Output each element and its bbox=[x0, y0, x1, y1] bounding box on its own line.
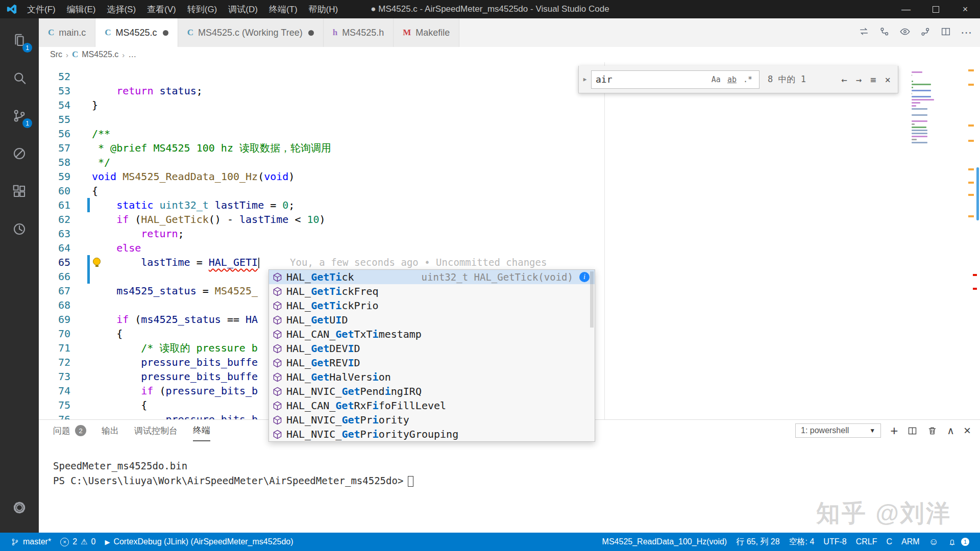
split-editor-button[interactable] bbox=[940, 26, 951, 39]
tab-ms4525-c-working-tree[interactable]: C MS4525.c (Working Tree) bbox=[178, 18, 324, 47]
suggestion-item[interactable]: HAL_GetTickPrio bbox=[269, 298, 595, 313]
code-line[interactable]: 63 return; bbox=[39, 227, 980, 241]
more-actions-button[interactable]: ⋯ bbox=[961, 26, 972, 39]
next-match-button[interactable]: → bbox=[856, 74, 862, 85]
line-number[interactable]: 55 bbox=[39, 112, 70, 127]
code-line[interactable]: 65 lastTime = HAL_GETIYou, a few seconds… bbox=[39, 255, 980, 269]
tab-makefile[interactable]: M Makefile bbox=[394, 18, 459, 47]
line-number[interactable]: 54 bbox=[39, 98, 70, 112]
suggestion-item[interactable]: HAL_GetUID bbox=[269, 313, 595, 327]
tab-main-c[interactable]: C main.c bbox=[39, 18, 95, 47]
code-line[interactable]: 62 if (HAL_GetTick() - lastTime < 10) bbox=[39, 212, 980, 227]
feedback-smiley-icon[interactable]: ☺ bbox=[924, 536, 943, 547]
regex-button[interactable]: .* bbox=[741, 74, 755, 85]
line-number[interactable]: 68 bbox=[39, 298, 70, 312]
suggestion-item[interactable]: HAL_NVIC_GetPendingIRQ bbox=[269, 384, 595, 398]
terminal-select[interactable]: 1: powershell ▼ bbox=[795, 423, 881, 438]
eol-sequence[interactable]: CRLF bbox=[851, 537, 882, 546]
maximize-button[interactable] bbox=[921, 0, 950, 18]
split-terminal-button[interactable] bbox=[907, 425, 918, 436]
arm-extension[interactable]: ARM bbox=[897, 537, 924, 546]
tab-ms4525-c[interactable]: C MS4525.c bbox=[95, 18, 178, 47]
line-number[interactable]: 62 bbox=[39, 212, 70, 227]
line-number[interactable]: 76 bbox=[39, 412, 70, 419]
toggle-replace-icon[interactable]: ▶ bbox=[579, 76, 591, 83]
settings-gear-icon[interactable] bbox=[0, 489, 39, 527]
find-input[interactable]: air Aa ab .* bbox=[591, 70, 760, 89]
lightbulb-icon[interactable] bbox=[93, 258, 101, 265]
code-line[interactable]: 54} bbox=[39, 98, 980, 112]
branch-indicator[interactable]: master* bbox=[6, 537, 56, 546]
overview-ruler[interactable] bbox=[966, 62, 980, 419]
line-number[interactable]: 64 bbox=[39, 241, 70, 255]
code-line[interactable]: 56/** bbox=[39, 127, 980, 141]
menu-item-selection[interactable]: 选择(S) bbox=[101, 4, 141, 15]
menu-item-debug[interactable]: 调试(D) bbox=[223, 4, 263, 15]
line-number[interactable]: 69 bbox=[39, 312, 70, 327]
debug-disabled-icon[interactable] bbox=[0, 135, 39, 172]
suggestion-item[interactable]: HAL_GetDEVID bbox=[269, 341, 595, 356]
history-icon[interactable] bbox=[0, 210, 39, 248]
current-symbol[interactable]: MS4525_ReadData_100_Hz(void) bbox=[598, 537, 732, 546]
menu-item-help[interactable]: 帮助(H) bbox=[303, 4, 344, 15]
code-line[interactable]: 61 static uint32_t lastTime = 0; bbox=[39, 198, 980, 212]
code-line[interactable]: 60{ bbox=[39, 184, 980, 198]
line-number[interactable]: 73 bbox=[39, 369, 70, 384]
suggestion-item[interactable]: HAL_GetHalVersion bbox=[269, 370, 595, 384]
breadcrumb-file[interactable]: MS4525.c bbox=[82, 50, 118, 59]
compare-changes-button[interactable] bbox=[859, 26, 870, 39]
info-icon[interactable]: i bbox=[579, 272, 590, 282]
line-number[interactable]: 72 bbox=[39, 355, 70, 369]
maximize-panel-button[interactable]: ∧ bbox=[947, 424, 954, 437]
line-number[interactable]: 63 bbox=[39, 227, 70, 241]
menu-item-go[interactable]: 转到(G) bbox=[182, 4, 223, 15]
preview-button[interactable] bbox=[899, 26, 911, 39]
inline-diff-button[interactable] bbox=[920, 26, 931, 39]
minimap[interactable] bbox=[912, 62, 966, 145]
problems-indicator[interactable]: × 2 ⚠ 0 bbox=[56, 537, 100, 546]
line-number[interactable]: 52 bbox=[39, 69, 70, 84]
encoding[interactable]: UTF-8 bbox=[819, 537, 851, 546]
menu-item-view[interactable]: 查看(V) bbox=[141, 4, 182, 15]
line-number[interactable]: 75 bbox=[39, 398, 70, 412]
close-window-button[interactable]: × bbox=[950, 0, 980, 18]
notifications-bell[interactable]: 1 bbox=[943, 538, 974, 546]
extensions-icon[interactable] bbox=[0, 172, 39, 210]
suggestion-item[interactable]: HAL_NVIC_GetPriorityGrouping bbox=[269, 427, 595, 441]
previous-match-button[interactable]: ← bbox=[841, 74, 847, 85]
whole-word-button[interactable]: ab bbox=[725, 74, 739, 85]
line-number[interactable]: 74 bbox=[39, 384, 70, 398]
language-mode[interactable]: C bbox=[881, 537, 897, 546]
line-number[interactable]: 70 bbox=[39, 327, 70, 341]
open-changes-button[interactable] bbox=[879, 26, 890, 39]
code-line[interactable]: 64 else bbox=[39, 241, 980, 255]
minimize-button[interactable]: — bbox=[891, 0, 921, 18]
code-line[interactable]: 59void MS4525_ReadData_100_Hz(void) bbox=[39, 169, 980, 184]
suggestion-item[interactable]: HAL_CAN_GetRxFifoFillLevel bbox=[269, 398, 595, 413]
panel-tab-problems[interactable]: 问题 2 bbox=[53, 420, 86, 441]
scrollbar-thumb[interactable] bbox=[976, 167, 979, 220]
panel-tab-terminal[interactable]: 终端 bbox=[193, 420, 210, 441]
tab-dirty-indicator[interactable] bbox=[163, 30, 168, 36]
line-number[interactable]: 53 bbox=[39, 84, 70, 98]
line-number[interactable]: 57 bbox=[39, 141, 70, 155]
suggestion-item[interactable]: HAL_GetTickFreq bbox=[269, 284, 595, 298]
breadcrumb-folder[interactable]: Src bbox=[50, 50, 62, 59]
close-panel-button[interactable]: × bbox=[964, 423, 971, 438]
line-number[interactable]: 65 bbox=[39, 255, 70, 269]
suggestion-item[interactable]: HAL_GetREVID bbox=[269, 356, 595, 370]
panel-tab-debug-console[interactable]: 调试控制台 bbox=[134, 420, 178, 441]
suggestion-list[interactable]: HAL_GetTickuint32_t HAL_GetTick(void)iHA… bbox=[269, 270, 595, 441]
kill-terminal-button[interactable] bbox=[927, 425, 938, 436]
cursor-position[interactable]: 行 65, 列 28 bbox=[731, 537, 784, 547]
tab-dirty-indicator[interactable] bbox=[308, 30, 314, 36]
code-line[interactable]: 58 */ bbox=[39, 155, 980, 169]
source-control-icon[interactable]: 1 bbox=[0, 97, 39, 135]
line-number[interactable]: 60 bbox=[39, 184, 70, 198]
line-number[interactable]: 71 bbox=[39, 341, 70, 355]
new-terminal-button[interactable]: + bbox=[890, 423, 898, 439]
close-find-button[interactable]: × bbox=[885, 74, 891, 85]
line-number[interactable]: 66 bbox=[39, 269, 70, 284]
line-number[interactable]: 56 bbox=[39, 127, 70, 141]
breadcrumb-symbol[interactable]: … bbox=[128, 50, 136, 59]
